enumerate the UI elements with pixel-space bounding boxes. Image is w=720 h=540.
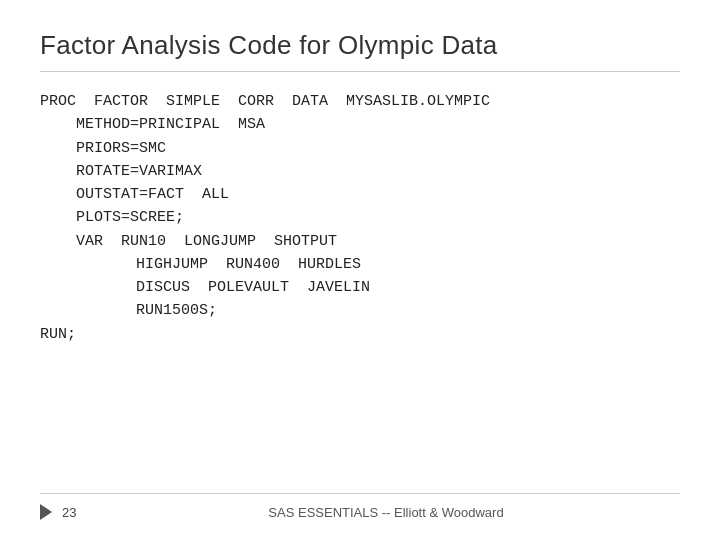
code-line-5: OUTSTAT=FACT ALL (40, 183, 680, 206)
code-line-3: PRIORS=SMC (40, 137, 680, 160)
code-block: PROC FACTOR SIMPLE CORR DATA MYSASLIB.OL… (40, 90, 680, 483)
page-number: 23 (62, 505, 92, 520)
title-divider (40, 71, 680, 72)
code-line-8: HIGHJUMP RUN400 HURDLES (40, 253, 680, 276)
footer-text: SAS ESSENTIALS -- Elliott & Woodward (92, 505, 680, 520)
code-line-2: METHOD=PRINCIPAL MSA (40, 113, 680, 136)
code-line-7: VAR RUN10 LONGJUMP SHOTPUT (40, 230, 680, 253)
footer-arrow-icon (40, 504, 52, 520)
slide-container: Factor Analysis Code for Olympic Data PR… (0, 0, 720, 540)
code-line-4: ROTATE=VARIMAX (40, 160, 680, 183)
slide-title: Factor Analysis Code for Olympic Data (40, 30, 680, 61)
code-line-10: RUN1500S; (40, 299, 680, 322)
code-line-1: PROC FACTOR SIMPLE CORR DATA MYSASLIB.OL… (40, 90, 680, 113)
code-line-6: PLOTS=SCREE; (40, 206, 680, 229)
code-line-9: DISCUS POLEVAULT JAVELIN (40, 276, 680, 299)
code-line-11: RUN; (40, 323, 680, 346)
footer: 23 SAS ESSENTIALS -- Elliott & Woodward (40, 493, 680, 520)
